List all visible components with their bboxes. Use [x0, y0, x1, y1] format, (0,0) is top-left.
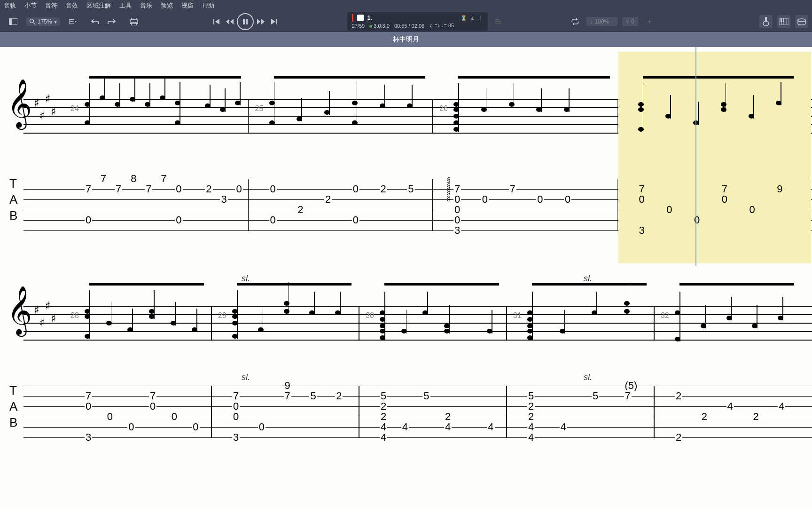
fret-number[interactable]: 0	[171, 411, 178, 423]
fast-forward-button[interactable]	[255, 16, 267, 28]
loop-range: 3.0:3.0	[374, 23, 390, 29]
barline	[248, 99, 249, 133]
fret-number[interactable]: 0	[192, 421, 199, 433]
fret-number[interactable]: 2	[324, 193, 332, 206]
fret-number[interactable]: 4	[401, 421, 409, 433]
hourglass-icon[interactable]: ⏳	[461, 15, 467, 21]
fret-number[interactable]: 2	[335, 390, 343, 402]
fret-number[interactable]: 4	[487, 421, 494, 433]
fret-number[interactable]: 4	[778, 400, 785, 413]
score-area[interactable]: 𝄞♯♯♯♯24252627TAB70778770023000220025§§§§…	[0, 47, 812, 508]
drums-view-button[interactable]	[795, 15, 808, 28]
menu-item[interactable]: 音轨	[4, 1, 16, 10]
fret-number[interactable]: 0	[721, 193, 728, 206]
fret-number[interactable]: 0	[127, 421, 135, 433]
more-icon[interactable]: ⋮	[478, 15, 483, 21]
fret-number[interactable]: 7	[85, 183, 92, 195]
loop-button[interactable]	[569, 15, 582, 28]
menu-item[interactable]: 预览	[161, 1, 173, 10]
keyboard-view-button[interactable]	[777, 15, 790, 28]
menu-item[interactable]: 小节	[24, 1, 37, 10]
redo-button[interactable]	[105, 15, 118, 28]
menu-item[interactable]: 音符	[45, 1, 57, 10]
fret-number[interactable]: 9	[776, 183, 783, 195]
fret-number[interactable]: 4	[726, 400, 734, 413]
increment-button[interactable]: +	[643, 15, 656, 28]
menu-item[interactable]: 音效	[66, 1, 78, 10]
track-name[interactable]: 1.	[367, 15, 372, 21]
fret-number[interactable]: 2	[205, 183, 212, 195]
fret-number[interactable]: 7	[145, 183, 152, 195]
fret-number[interactable]: 0	[175, 183, 182, 195]
fret-number[interactable]: 5	[407, 183, 414, 195]
guitar-view-button[interactable]	[759, 15, 773, 28]
fret-number[interactable]: 0	[175, 214, 182, 226]
fret-number[interactable]: 0	[352, 214, 359, 226]
menu-item[interactable]: 帮助	[202, 1, 214, 10]
fret-number[interactable]: 3	[453, 224, 461, 237]
fret-number[interactable]: 3	[85, 431, 92, 444]
fret-number[interactable]: 0	[85, 400, 92, 413]
fret-number[interactable]: 2	[752, 411, 759, 423]
speed-control[interactable]: ♩ 100% ▾	[586, 17, 618, 26]
fret-number[interactable]: 7	[160, 173, 167, 185]
menu-item[interactable]: 工具	[119, 1, 132, 10]
fret-number[interactable]: 0	[258, 421, 265, 433]
svg-line-3	[33, 23, 35, 24]
svg-rect-9	[246, 19, 248, 24]
rewind-button[interactable]	[224, 16, 236, 28]
fret-number[interactable]: 0	[149, 400, 156, 413]
print-button[interactable]	[127, 15, 141, 28]
fret-number[interactable]: 3	[220, 193, 227, 206]
menu-item[interactable]: 音乐	[140, 1, 152, 10]
fret-number[interactable]: 4	[527, 431, 535, 444]
undo-button[interactable]	[89, 15, 102, 28]
fret-number[interactable]: 0	[269, 183, 277, 195]
skip-start-button[interactable]	[211, 16, 223, 28]
fret-number[interactable]: 2	[675, 431, 682, 444]
fret-number[interactable]: 3	[638, 224, 646, 237]
fret-number[interactable]: 7	[115, 183, 122, 195]
menu-item[interactable]: 视窗	[181, 1, 194, 10]
fret-number[interactable]: 5	[592, 390, 599, 402]
fret-number[interactable]: 0	[638, 193, 646, 206]
fret-number[interactable]: 7	[100, 173, 107, 185]
fret-number[interactable]: 0	[749, 204, 756, 216]
view-mode-button[interactable]: ⊟▾	[66, 15, 79, 28]
fret-number[interactable]: 4	[560, 421, 567, 433]
fret-number[interactable]: 2	[297, 204, 304, 216]
fret-number[interactable]: 4	[380, 431, 387, 444]
layout-button[interactable]	[7, 15, 20, 28]
fret-number[interactable]: 3	[232, 431, 240, 444]
fret-number[interactable]: 0	[352, 183, 359, 195]
fret-number[interactable]: 4	[444, 421, 452, 433]
note-stem	[104, 77, 105, 100]
fret-number[interactable]: 8	[130, 173, 137, 185]
skip-end-button[interactable]	[268, 16, 280, 28]
fret-number[interactable]: 0	[232, 411, 240, 423]
fret-number[interactable]: 0	[481, 193, 489, 206]
tablature-staff[interactable]: TAB70300700070030975252244452445224445(5…	[9, 386, 812, 452]
fret-number[interactable]: 0	[564, 193, 571, 206]
fret-number[interactable]: 0	[85, 214, 92, 226]
fret-number[interactable]: 0	[235, 183, 242, 195]
menu-item[interactable]: 区域注解	[86, 1, 111, 10]
zoom-control[interactable]: 175% ▾	[26, 17, 60, 26]
fret-number[interactable]: 0	[665, 204, 673, 216]
fret-number[interactable]: 0	[693, 214, 701, 226]
fret-number[interactable]: 5	[422, 390, 430, 402]
fret-number[interactable]: 2	[675, 390, 682, 402]
fret-number[interactable]: 5	[309, 390, 317, 402]
pause-button[interactable]	[237, 13, 254, 30]
fret-number[interactable]: 7	[284, 390, 291, 402]
notation-staff[interactable]: 𝄞♯♯♯♯2829303132sl.sl.	[9, 278, 812, 372]
fret-number[interactable]: 0	[106, 411, 114, 423]
fret-number[interactable]: 7	[624, 390, 632, 402]
transpose-control[interactable]: ⑂ 0	[622, 17, 638, 26]
metronome-icon[interactable]: ▲	[470, 15, 475, 21]
fret-number[interactable]: 7	[509, 183, 516, 195]
fret-number[interactable]: 0	[269, 214, 277, 226]
fret-number[interactable]: 2	[701, 411, 708, 423]
fret-number[interactable]: 2	[380, 183, 387, 195]
fret-number[interactable]: 0	[536, 193, 544, 206]
